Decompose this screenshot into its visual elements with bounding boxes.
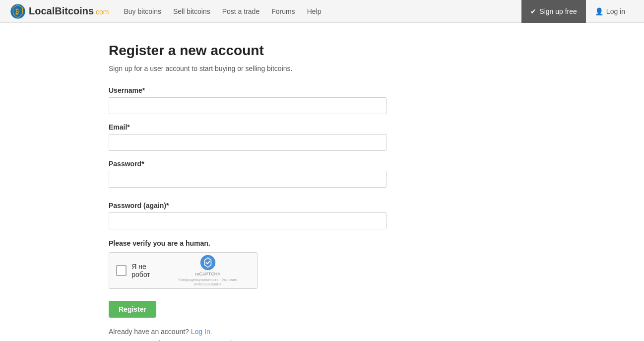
svg-text:₿: ₿ [15,7,19,15]
email-input[interactable] [109,134,386,151]
nav-sell-bitcoins[interactable]: Sell bitcoins [173,7,210,15]
captcha-group: Please verify you are a human. Я не робо… [109,239,535,289]
register-form: Username* Email* Password* Password (aga… [109,86,535,328]
username-group: Username* [109,86,535,114]
captcha-section-label: Please verify you are a human. [109,239,535,247]
password-again-input[interactable] [109,212,386,229]
nav-forums[interactable]: Forums [271,7,295,15]
nav-links: Buy bitcoins Sell bitcoins Post a trade … [124,7,521,15]
password-again-label: Password (again)* [109,202,535,209]
bitcoin-logo-icon: ₿ [10,3,26,19]
already-account-row: Already have an account? Log In. [109,328,535,336]
username-label: Username* [109,86,535,94]
captcha-checkbox[interactable] [116,265,127,276]
captcha-left: Я не робот [116,263,165,278]
already-account-text: Already have an account? [109,328,189,336]
email-label: Email* [109,123,535,131]
page-title: Register a new account [109,43,535,59]
captcha-widget[interactable]: Я не робот reCAPTCHA Конфиденциальность … [109,252,258,289]
nav-right: ✔ Sign up free 👤 Log in [521,0,634,23]
nav-help[interactable]: Help [307,7,322,15]
login-link[interactable]: Log In. [191,328,212,336]
password-again-group: Password (again)* [109,202,535,229]
navbar: ₿ LocalBitcoins.com Buy bitcoins Sell bi… [0,0,644,23]
nav-post-trade[interactable]: Post a trade [222,7,260,15]
brand-name: LocalBitcoins.com [29,5,109,17]
signup-button[interactable]: ✔ Sign up free [521,0,586,23]
main-content: Register a new account Sign up for a use… [99,23,545,341]
password-input[interactable] [109,171,386,188]
email-group: Email* [109,123,535,151]
login-button[interactable]: 👤 Log in [586,0,634,23]
captcha-text: Я не робот [131,263,165,278]
brand-logo[interactable]: ₿ LocalBitcoins.com [10,3,109,19]
recaptcha-logo-icon [200,255,216,271]
password-group: Password* [109,160,535,188]
captcha-right: reCAPTCHA Конфиденциальность · Условия и… [165,255,250,286]
checkmark-icon: ✔ [530,7,536,15]
page-subtitle: Sign up for a user account to start buyi… [109,65,535,72]
username-input[interactable] [109,97,386,114]
nav-buy-bitcoins[interactable]: Buy bitcoins [124,7,161,15]
password-label: Password* [109,160,535,168]
user-icon: 👤 [595,7,603,15]
recaptcha-privacy-label: Конфиденциальность · Условия использован… [165,277,250,286]
recaptcha-brand-label: reCAPTCHA [195,272,220,276]
register-button[interactable]: Register [109,301,156,318]
